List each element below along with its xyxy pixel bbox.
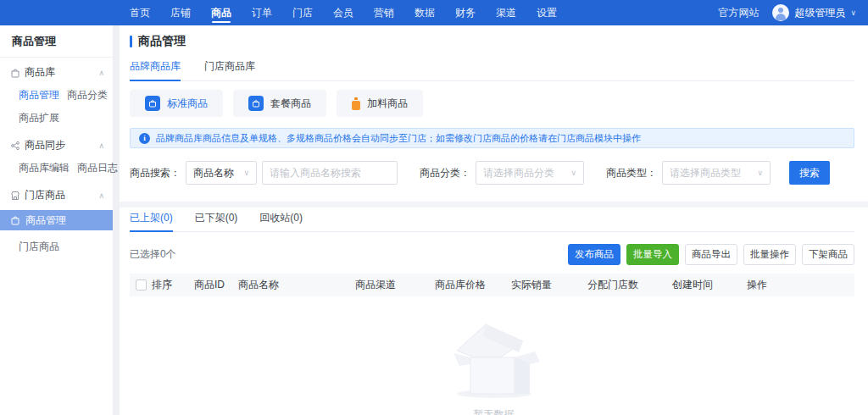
sidebar-item-store-product[interactable]: 门店商品 xyxy=(19,240,113,254)
sidebar-item-store-product-manage[interactable]: 商品管理 xyxy=(0,210,113,230)
search-input[interactable] xyxy=(262,161,398,185)
batch-import-button[interactable]: 批量导入 xyxy=(626,244,679,265)
column-header-actions: 操作 xyxy=(747,278,854,292)
sidebar-section-product-library[interactable]: 商品库 ∧ xyxy=(10,65,104,80)
nav-item-store[interactable]: 门店 xyxy=(288,0,317,25)
sync-icon xyxy=(10,141,20,151)
sidebar: 商品管理 商品库 ∧ 商品管理 商品分类 商品扩展 商品同步 ∧ 商品库编辑 商… xyxy=(0,25,113,415)
column-header-name: 商品名称 xyxy=(238,278,355,292)
store-icon xyxy=(10,191,20,201)
takedown-product-button[interactable]: 下架商品 xyxy=(802,244,854,265)
nav-item-channel[interactable]: 渠道 xyxy=(492,0,520,25)
banner-text: 品牌商品库商品信息及单规格、多规格商品价格会自动同步至门店；如需修改门店商品的价… xyxy=(156,132,641,145)
nav-item-finance[interactable]: 财务 xyxy=(451,0,480,25)
top-navbar: 首页 店铺 商品 订单 门店 会员 营销 数据 财务 渠道 设置 官方网站 超级… xyxy=(0,0,868,25)
official-site-link[interactable]: 官方网站 xyxy=(718,6,759,20)
sidebar-section-store-product[interactable]: 门店商品 ∧ xyxy=(10,188,104,202)
chevron-up-icon: ∧ xyxy=(98,69,104,77)
sidebar-item-library-edit[interactable]: 商品库编辑 xyxy=(19,161,70,175)
action-buttons: 发布商品 批量导入 商品导出 批量操作 下架商品 xyxy=(568,244,854,265)
top-nav-menu: 首页 店铺 商品 订单 门店 会员 营销 数据 财务 渠道 设置 xyxy=(125,0,561,25)
chevron-up-icon: ∧ xyxy=(98,141,104,150)
sidebar-item-product-manage[interactable]: 商品管理 xyxy=(19,88,59,102)
bag-icon xyxy=(10,68,20,78)
sidebar-title: 商品管理 xyxy=(12,34,101,49)
chevron-up-icon: ∧ xyxy=(98,191,104,200)
chevron-down-icon: ∨ xyxy=(757,169,763,177)
tab-recycle-bin[interactable]: 回收站(0) xyxy=(259,211,303,231)
bottle-icon xyxy=(352,97,360,110)
bag-icon xyxy=(248,96,264,111)
nav-item-settings[interactable]: 设置 xyxy=(532,0,561,25)
batch-actions-button[interactable]: 批量操作 xyxy=(743,244,796,265)
page-header: 商品管理 xyxy=(130,34,854,49)
library-tabs: 品牌商品库 门店商品库 xyxy=(130,59,854,81)
chevron-down-icon: ∨ xyxy=(570,169,576,177)
standard-product-button[interactable]: 标准商品 xyxy=(130,90,223,117)
info-banner: i 品牌商品库商品信息及单规格、多规格商品价格会自动同步至门店；如需修改门店商品… xyxy=(130,128,854,148)
info-icon: i xyxy=(139,133,150,144)
column-header-price: 商品库价格 xyxy=(435,278,511,292)
sidebar-item-product-extend[interactable]: 商品扩展 xyxy=(19,111,59,125)
type-select[interactable]: 请选择商品类型 ∨ xyxy=(662,161,771,185)
select-placeholder: 请选择商品类型 xyxy=(670,166,741,180)
avatar xyxy=(772,4,789,21)
sidebar-item-label: 商品管理 xyxy=(25,213,66,228)
nav-item-order[interactable]: 订单 xyxy=(248,0,276,25)
topbar-right: 官方网站 超级管理员 ∨ xyxy=(718,4,868,21)
empty-text: 暂无数据 xyxy=(120,407,868,415)
tab-off-shelf[interactable]: 已下架(0) xyxy=(195,211,238,231)
main-panel: 商品管理 品牌商品库 门店商品库 标准商品 套餐商品 加料商品 i 品牌商品库商… xyxy=(120,25,868,415)
column-header-time: 创建时间 xyxy=(672,278,747,292)
sidebar-item-product-log[interactable]: 商品日志 xyxy=(77,161,118,175)
empty-box-illustration xyxy=(447,315,542,400)
publish-product-button[interactable]: 发布商品 xyxy=(568,244,620,265)
nav-item-marketing[interactable]: 营销 xyxy=(370,0,398,25)
column-header-id: 商品ID xyxy=(194,278,238,292)
toolbar-row: 已选择0个 发布商品 批量导入 商品导出 批量操作 下架商品 xyxy=(130,244,854,265)
select-placeholder: 请选择商品分类 xyxy=(483,166,554,180)
status-tabs: 已上架(0) 已下架(0) 回收站(0) xyxy=(130,211,854,232)
section-label: 商品库 xyxy=(25,65,55,80)
tab-on-shelf[interactable]: 已上架(0) xyxy=(130,211,173,231)
nav-item-member[interactable]: 会员 xyxy=(329,0,358,25)
section-label: 商品同步 xyxy=(25,138,65,152)
select-all-checkbox[interactable] xyxy=(136,279,147,290)
user-menu[interactable]: 超级管理员 ∨ xyxy=(772,4,856,21)
search-button[interactable]: 搜索 xyxy=(789,161,830,185)
column-header-channel: 商品渠道 xyxy=(355,278,435,292)
nav-item-data[interactable]: 数据 xyxy=(410,0,439,25)
type-filter-label: 商品类型： xyxy=(606,166,657,180)
column-header-sales: 实际销量 xyxy=(511,278,587,292)
filter-bar: 商品搜索： 商品名称 ∨ 商品分类： 请选择商品分类 ∨ 商品类型： 请选择商品… xyxy=(130,161,854,185)
quick-create-buttons: 标准商品 套餐商品 加料商品 xyxy=(130,90,854,117)
title-accent-bar xyxy=(130,36,132,47)
category-select[interactable]: 请选择商品分类 ∨ xyxy=(476,161,584,185)
section-label: 门店商品 xyxy=(25,188,65,202)
page-title: 商品管理 xyxy=(138,34,186,49)
user-name: 超级管理员 xyxy=(794,6,845,20)
column-header-stores: 分配门店数 xyxy=(587,278,672,292)
column-header-sort: 排序 xyxy=(152,278,194,292)
combo-product-button[interactable]: 套餐商品 xyxy=(233,90,326,117)
product-name-select[interactable]: 商品名称 ∨ xyxy=(186,161,257,185)
button-label: 标准商品 xyxy=(167,97,208,111)
sidebar-divider xyxy=(0,57,113,58)
table-header-row: 排序 商品ID 商品名称 商品渠道 商品库价格 实际销量 分配门店数 创建时间 … xyxy=(130,274,854,296)
sidebar-item-product-category[interactable]: 商品分类 xyxy=(67,88,108,102)
button-label: 套餐商品 xyxy=(270,97,311,111)
nav-item-home[interactable]: 首页 xyxy=(125,0,154,25)
export-product-button[interactable]: 商品导出 xyxy=(685,244,737,265)
tab-brand-library[interactable]: 品牌商品库 xyxy=(130,59,181,80)
search-filter-label: 商品搜索： xyxy=(130,166,181,180)
sidebar-section-product-sync[interactable]: 商品同步 ∧ xyxy=(10,138,104,152)
tab-store-library[interactable]: 门店商品库 xyxy=(204,59,255,80)
button-label: 加料商品 xyxy=(367,97,408,111)
chevron-down-icon: ∨ xyxy=(243,169,249,177)
empty-state: 暂无数据 xyxy=(120,315,868,415)
nav-item-shop[interactable]: 店铺 xyxy=(166,0,195,25)
nav-item-product[interactable]: 商品 xyxy=(207,0,236,25)
bag-icon xyxy=(10,215,20,225)
selected-count-text: 已选择0个 xyxy=(130,247,176,262)
topping-product-button[interactable]: 加料商品 xyxy=(337,90,423,117)
